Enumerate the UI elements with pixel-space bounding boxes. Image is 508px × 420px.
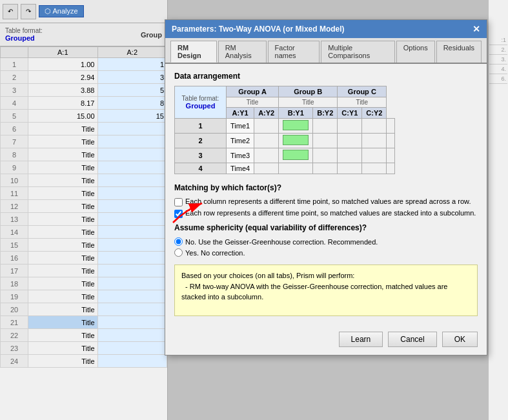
tab-residuals[interactable]: Residuals bbox=[436, 41, 482, 63]
group-a-header: Group A bbox=[227, 86, 279, 97]
checkbox-row-label: Each row represents a different time poi… bbox=[185, 209, 476, 217]
col-by1: B:Y1 bbox=[279, 108, 313, 119]
cell-a1-1[interactable]: 1.00 bbox=[28, 58, 98, 71]
cell-a1-24[interactable]: Title bbox=[28, 355, 98, 368]
checkbox-row-1: Each column represents a different time … bbox=[174, 197, 478, 206]
cell-a2-12[interactable] bbox=[97, 200, 167, 213]
cell-a2-20[interactable] bbox=[97, 303, 167, 316]
cell-a1-23[interactable]: Title bbox=[28, 342, 98, 355]
group-c-header: Group C bbox=[338, 86, 387, 97]
tab-multiple-comparisons[interactable]: Multiple Comparisons bbox=[321, 41, 394, 63]
learn-button[interactable]: Learn bbox=[339, 332, 383, 347]
checkbox-row[interactable] bbox=[174, 210, 183, 218]
cell-a1-7[interactable]: Title bbox=[28, 135, 98, 148]
cell-a2-22[interactable] bbox=[97, 329, 167, 342]
cell-a1-3[interactable]: 3.88 bbox=[28, 84, 98, 97]
cell-a2-14[interactable] bbox=[97, 226, 167, 239]
cell-a1-22[interactable]: Title bbox=[28, 329, 98, 342]
by2-4 bbox=[338, 163, 362, 174]
cell-a2-23[interactable] bbox=[97, 342, 167, 355]
cy2-1 bbox=[387, 119, 395, 134]
table-format-value: Grouped bbox=[5, 34, 43, 42]
row-20: 20 bbox=[1, 303, 28, 316]
radio-yes-label: Yes. No correction. bbox=[185, 249, 245, 257]
checkbox-column[interactable] bbox=[174, 198, 183, 206]
cell-a2-10[interactable] bbox=[97, 174, 167, 187]
tab-options[interactable]: Options bbox=[396, 41, 435, 63]
tab-factor-names[interactable]: Factor names bbox=[268, 41, 320, 63]
tab-rm-analysis[interactable]: RM Analysis bbox=[218, 41, 267, 63]
cell-a1-4[interactable]: 8.17 bbox=[28, 97, 98, 110]
dialog-title: Parameters: Two-Way ANOVA (or Mixed Mode… bbox=[172, 25, 345, 34]
dialog-body: Data arrangement Table format: Grouped G… bbox=[165, 64, 487, 332]
cell-a2-7[interactable] bbox=[97, 135, 167, 148]
radio-yes-correction[interactable] bbox=[174, 248, 183, 257]
row-num-1: 1 bbox=[175, 119, 227, 134]
ok-button[interactable]: OK bbox=[442, 332, 478, 347]
row-18: 18 bbox=[1, 277, 28, 290]
row-8: 8 bbox=[1, 148, 28, 161]
cell-a1-13[interactable]: Title bbox=[28, 213, 98, 226]
row-1: 1 bbox=[1, 58, 28, 71]
cell-a2-18[interactable] bbox=[97, 277, 167, 290]
redo-btn[interactable]: ↷ bbox=[21, 4, 36, 19]
analyze-btn[interactable]: ⬡ Analyze bbox=[39, 5, 84, 17]
cell-a1-6[interactable]: Title bbox=[28, 123, 98, 135]
cell-a1-10[interactable]: Title bbox=[28, 174, 98, 187]
by1-2 bbox=[313, 134, 338, 148]
row-22: 22 bbox=[1, 329, 28, 342]
col-cy1: C:Y1 bbox=[338, 108, 362, 119]
cell-a1-21[interactable]: Title bbox=[28, 316, 98, 329]
cell-a2-8[interactable] bbox=[97, 148, 167, 161]
cell-a2-5[interactable]: 15 bbox=[97, 110, 167, 123]
cell-a2-24[interactable] bbox=[97, 355, 167, 368]
cell-a1-14[interactable]: Title bbox=[28, 226, 98, 239]
cell-a2-2[interactable]: 3 bbox=[97, 71, 167, 84]
cell-a2-19[interactable] bbox=[97, 290, 167, 303]
cell-a1-19[interactable]: Title bbox=[28, 290, 98, 303]
format-cell-value: Grouped bbox=[179, 102, 222, 110]
cancel-button[interactable]: Cancel bbox=[388, 332, 436, 347]
cell-a2-15[interactable] bbox=[97, 239, 167, 252]
cell-a2-3[interactable]: 5 bbox=[97, 84, 167, 97]
cell-a2-11[interactable] bbox=[97, 187, 167, 200]
cell-a2-4[interactable]: 8 bbox=[97, 97, 167, 110]
by1-1 bbox=[313, 119, 338, 134]
cell-a2-21[interactable] bbox=[97, 316, 167, 329]
radio-no-correction[interactable] bbox=[174, 237, 183, 246]
tab-rm-design[interactable]: RM Design bbox=[170, 41, 217, 63]
cell-a2-6[interactable] bbox=[97, 123, 167, 135]
undo-btn[interactable]: ↶ bbox=[3, 4, 18, 19]
cell-a1-18[interactable]: Title bbox=[28, 277, 98, 290]
group-b-header: Group B bbox=[279, 86, 338, 97]
cy1-2 bbox=[362, 134, 387, 148]
cell-a1-20[interactable]: Title bbox=[28, 303, 98, 316]
ay2-4 bbox=[279, 163, 313, 174]
time4-label: Time4 bbox=[227, 163, 254, 174]
cell-a1-16[interactable]: Title bbox=[28, 252, 98, 265]
cell-a2-17[interactable] bbox=[97, 265, 167, 277]
cell-a1-11[interactable]: Title bbox=[28, 187, 98, 200]
ay1-4 bbox=[254, 163, 279, 174]
cell-a2-13[interactable] bbox=[97, 213, 167, 226]
cell-a1-12[interactable]: Title bbox=[28, 200, 98, 213]
data-arrangement-title: Data arrangement bbox=[174, 72, 478, 81]
cell-a1-17[interactable]: Title bbox=[28, 265, 98, 277]
cell-a1-2[interactable]: 2.94 bbox=[28, 71, 98, 84]
close-button[interactable]: ✕ bbox=[472, 24, 480, 34]
row-24: 24 bbox=[1, 355, 28, 368]
checkbox-row-2: Each row represents a different time poi… bbox=[174, 209, 478, 218]
cell-a2-1[interactable]: 1 bbox=[97, 58, 167, 71]
group-a-title: Title bbox=[227, 97, 279, 108]
col-cy2: C:Y2 bbox=[362, 108, 387, 119]
cell-a1-5[interactable]: 15.00 bbox=[28, 110, 98, 123]
row-16: 16 bbox=[1, 252, 28, 265]
cell-a1-8[interactable]: Title bbox=[28, 148, 98, 161]
cell-a1-15[interactable]: Title bbox=[28, 239, 98, 252]
info-box-text: Based on your choices (on all tabs), Pri… bbox=[181, 272, 447, 301]
cell-a2-16[interactable] bbox=[97, 252, 167, 265]
cell-a1-9[interactable]: Title bbox=[28, 161, 98, 174]
cell-a2-9[interactable] bbox=[97, 161, 167, 174]
checkbox-column-label: Each column represents a different time … bbox=[185, 197, 471, 205]
cy2-3 bbox=[387, 148, 395, 163]
